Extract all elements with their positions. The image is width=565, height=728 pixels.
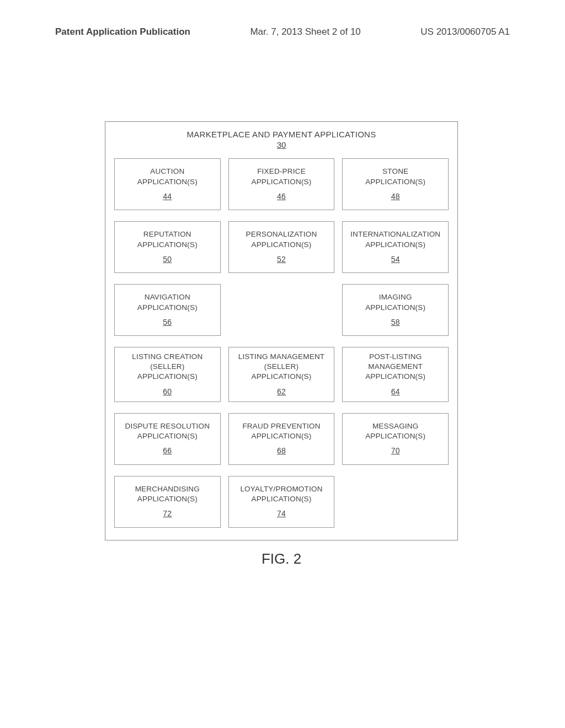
application-box: MERCHANDISING APPLICATION(S)72 xyxy=(114,476,221,528)
application-label: INTERNATIONALIZATION APPLICATION(S) xyxy=(350,229,440,249)
application-box: FIXED-PRICE APPLICATION(S)46 xyxy=(228,158,335,210)
application-box: REPUTATION APPLICATION(S)50 xyxy=(114,221,221,273)
application-grid: AUCTION APPLICATION(S)44FIXED-PRICE APPL… xyxy=(114,158,449,528)
application-box: STONE APPLICATION(S)48 xyxy=(342,158,449,210)
application-box: PERSONALIZATION APPLICATION(S)52 xyxy=(228,221,335,273)
empty-cell xyxy=(228,284,335,336)
application-label: POST-LISTING MANAGEMENT APPLICATION(S) xyxy=(365,352,425,382)
application-box: LISTING CREATION (SELLER) APPLICATION(S)… xyxy=(114,347,221,402)
application-label: MESSAGING APPLICATION(S) xyxy=(365,421,425,441)
figure-label: FIG. 2 xyxy=(105,550,458,568)
reference-number: 66 xyxy=(163,446,172,456)
header-right: US 2013/0060705 A1 xyxy=(420,26,510,38)
reference-number: 44 xyxy=(163,191,172,202)
reference-number: 62 xyxy=(277,387,286,397)
page-header: Patent Application Publication Mar. 7, 2… xyxy=(0,26,565,38)
reference-number: 72 xyxy=(163,508,172,519)
application-label: LISTING CREATION (SELLER) APPLICATION(S) xyxy=(132,352,202,382)
reference-number: 50 xyxy=(163,254,172,265)
application-box: IMAGING APPLICATION(S)58 xyxy=(342,284,449,336)
reference-number: 52 xyxy=(277,254,286,265)
reference-number: 70 xyxy=(391,446,400,456)
diagram-area: MARKETPLACE AND PAYMENT APPLICATIONS 30 … xyxy=(105,121,458,568)
outer-box: MARKETPLACE AND PAYMENT APPLICATIONS 30 … xyxy=(105,121,458,540)
reference-number: 58 xyxy=(391,317,400,328)
application-label: NAVIGATION APPLICATION(S) xyxy=(137,292,198,312)
reference-number: 60 xyxy=(163,387,172,397)
empty-cell xyxy=(342,476,449,528)
reference-number: 74 xyxy=(277,508,286,519)
header-mid: Mar. 7, 2013 Sheet 2 of 10 xyxy=(250,26,360,38)
application-label: IMAGING APPLICATION(S) xyxy=(365,292,425,312)
application-box: LISTING MANAGEMENT (SELLER) APPLICATION(… xyxy=(228,347,335,402)
application-label: LISTING MANAGEMENT (SELLER) APPLICATION(… xyxy=(238,352,325,382)
application-label: MERCHANDISING APPLICATION(S) xyxy=(135,484,200,504)
application-box: POST-LISTING MANAGEMENT APPLICATION(S)64 xyxy=(342,347,449,402)
reference-number: 54 xyxy=(391,254,400,265)
reference-number: 56 xyxy=(163,317,172,328)
reference-number: 48 xyxy=(391,191,400,202)
application-label: FIXED-PRICE APPLICATION(S) xyxy=(251,167,311,186)
outer-ref: 30 xyxy=(114,140,449,149)
application-box: INTERNATIONALIZATION APPLICATION(S)54 xyxy=(342,221,449,273)
application-box: MESSAGING APPLICATION(S)70 xyxy=(342,413,449,465)
reference-number: 46 xyxy=(277,191,286,202)
application-box: FRAUD PREVENTION APPLICATION(S)68 xyxy=(228,413,335,465)
application-box: AUCTION APPLICATION(S)44 xyxy=(114,158,221,210)
application-box: LOYALTY/PROMOTION APPLICATION(S)74 xyxy=(228,476,335,528)
application-label: STONE APPLICATION(S) xyxy=(365,167,425,186)
application-label: FRAUD PREVENTION APPLICATION(S) xyxy=(242,421,320,441)
reference-number: 64 xyxy=(391,387,400,397)
application-label: LOYALTY/PROMOTION APPLICATION(S) xyxy=(240,484,322,504)
application-box: DISPUTE RESOLUTION APPLICATION(S)66 xyxy=(114,413,221,465)
outer-title: MARKETPLACE AND PAYMENT APPLICATIONS xyxy=(114,130,449,139)
application-label: DISPUTE RESOLUTION APPLICATION(S) xyxy=(125,421,210,441)
reference-number: 68 xyxy=(277,446,286,456)
application-label: PERSONALIZATION APPLICATION(S) xyxy=(246,229,317,249)
application-label: REPUTATION APPLICATION(S) xyxy=(137,229,198,249)
application-box: NAVIGATION APPLICATION(S)56 xyxy=(114,284,221,336)
application-label: AUCTION APPLICATION(S) xyxy=(137,167,198,186)
header-left: Patent Application Publication xyxy=(55,26,190,38)
